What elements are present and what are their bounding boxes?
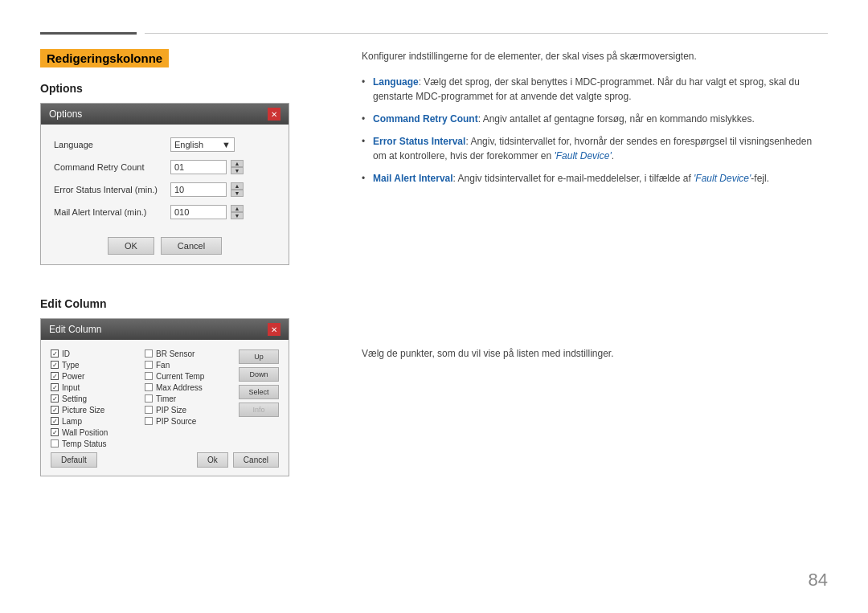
list-item[interactable]: BR Sensor <box>145 348 232 359</box>
item-label-br-sensor: BR Sensor <box>156 349 194 358</box>
error-bullet-suffix: . <box>612 150 614 161</box>
edit-column-titlebar: Edit Column ✕ <box>41 319 289 340</box>
list-item[interactable]: ✓ID <box>51 348 138 359</box>
bullet-retry-count: Command Retry Count: Angiv antallet af g… <box>362 112 820 126</box>
default-button[interactable]: Default <box>51 452 97 468</box>
options-dialog-buttons: OK Cancel <box>54 231 276 255</box>
edit-column-left-list: ✓ID ✓Type ✓Power ✓Input ✓Setting ✓Pictur… <box>51 348 138 449</box>
edit-column-dialog-title: Edit Column <box>49 324 101 335</box>
options-title: Options <box>40 82 321 95</box>
retry-count-spin-down[interactable]: ▼ <box>231 167 244 174</box>
item-label-timer: Timer <box>156 394 176 403</box>
mail-interval-spin-down[interactable]: ▼ <box>231 212 244 219</box>
checkbox-fan[interactable] <box>145 361 153 369</box>
item-label-fan: Fan <box>156 361 170 370</box>
item-label-setting: Setting <box>62 394 87 403</box>
list-item[interactable]: Temp Status <box>51 438 138 449</box>
item-label-pip-size: PIP Size <box>156 406 186 415</box>
language-selected: English <box>174 140 203 149</box>
edit-column-close-button[interactable]: ✕ <box>268 323 280 336</box>
page-number: 84 <box>809 570 828 591</box>
bullet-language: Language: Vælg det sprog, der skal benyt… <box>362 75 820 104</box>
retry-count-spin-up[interactable]: ▲ <box>231 160 244 167</box>
edit-column-body: ✓ID ✓Type ✓Power ✓Input ✓Setting ✓Pictur… <box>41 340 289 476</box>
retry-bullet-text: : Angiv antallet af gentagne forsøg, når… <box>478 113 755 125</box>
checkbox-pip-source[interactable] <box>145 417 153 425</box>
retry-count-value: ▲ ▼ <box>170 160 244 174</box>
options-ok-button[interactable]: OK <box>108 237 154 255</box>
mail-interval-field-row: Mail Alert Interval (min.) ▲ ▼ <box>54 205 276 219</box>
list-item[interactable]: ✓Type <box>51 359 138 370</box>
checkbox-input[interactable]: ✓ <box>51 383 59 391</box>
right-column: Konfigurer indstillingerne for de elemen… <box>346 49 828 581</box>
edit-column-cancel-button[interactable]: Cancel <box>233 452 279 468</box>
options-bullets: Language: Vælg det sprog, der skal benyt… <box>362 75 820 186</box>
checkbox-temp-status[interactable] <box>51 439 59 447</box>
checkbox-id[interactable]: ✓ <box>51 349 59 358</box>
mail-interval-spinner: ▲ ▼ <box>231 205 244 219</box>
checkbox-timer[interactable] <box>145 394 153 403</box>
checkbox-br-sensor[interactable] <box>145 349 153 358</box>
list-item[interactable]: PIP Size <box>145 404 232 415</box>
checkbox-pip-size[interactable] <box>145 406 153 414</box>
list-item[interactable]: ✓Setting <box>51 393 138 404</box>
checkbox-max-address[interactable] <box>145 383 153 391</box>
language-value: English ▼ <box>170 137 235 152</box>
select-button[interactable]: Select <box>239 385 279 399</box>
checkbox-lamp[interactable]: ✓ <box>51 417 59 425</box>
list-item[interactable]: Timer <box>145 393 232 404</box>
options-dialog-body: Language English ▼ Command Retry Count <box>41 125 289 264</box>
edit-column-ok-button[interactable]: Ok <box>197 452 228 468</box>
list-item[interactable]: ✓Picture Size <box>51 404 138 415</box>
item-label-pip-source: PIP Source <box>156 417 196 426</box>
bullet-mail-interval: Mail Alert Interval: Angiv tidsintervall… <box>362 171 820 186</box>
edit-column-right-section: Vælg de punkter, som du vil vise på list… <box>362 346 820 361</box>
list-item[interactable]: Fan <box>145 359 232 370</box>
edit-column-bottom-buttons: Default Ok Cancel <box>51 452 279 468</box>
retry-count-input[interactable] <box>170 160 227 174</box>
mail-interval-spin-up[interactable]: ▲ <box>231 205 244 212</box>
edit-column-right-list: BR Sensor Fan Current Temp Max Address T… <box>145 348 232 449</box>
edit-column-intro: Vælg de punkter, som du vil vise på list… <box>362 346 820 361</box>
checkbox-setting[interactable]: ✓ <box>51 394 59 403</box>
checkbox-power[interactable]: ✓ <box>51 372 59 380</box>
mail-bullet-suffix: -fejl. <box>751 173 769 184</box>
error-interval-label: Error Status Interval (min.) <box>54 185 170 194</box>
list-item[interactable]: ✓Power <box>51 370 138 382</box>
list-item[interactable]: ✓Wall Position <box>51 427 138 438</box>
fault-device-quote-1: 'Fault Device' <box>554 150 611 161</box>
mail-bullet-text: : Angiv tidsintervallet for e-mail-medde… <box>453 173 694 184</box>
options-close-button[interactable]: ✕ <box>268 108 280 121</box>
bullet-error-interval: Error Status Interval: Angiv, tidsinterv… <box>362 134 820 163</box>
item-label-current-temp: Current Temp <box>156 372 204 381</box>
edit-column-dialog: Edit Column ✕ ✓ID ✓Type ✓Power ✓Input ✓S… <box>40 318 289 476</box>
retry-bullet-label: Command Retry Count <box>373 113 478 125</box>
error-interval-spin-up[interactable]: ▲ <box>231 182 244 190</box>
language-dropdown[interactable]: English ▼ <box>170 137 235 152</box>
up-button[interactable]: Up <box>239 349 279 364</box>
left-column: Redigeringskolonne Options Options ✕ Lan… <box>40 49 346 581</box>
top-line-light <box>145 33 828 34</box>
language-bullet-label: Language <box>373 76 419 88</box>
retry-count-label: Command Retry Count <box>54 162 170 172</box>
down-button[interactable]: Down <box>239 367 279 382</box>
list-item[interactable]: PIP Source <box>145 415 232 427</box>
list-item[interactable]: Current Temp <box>145 370 232 382</box>
mail-interval-input[interactable] <box>170 205 227 219</box>
fault-device-quote-2: 'Fault Device' <box>694 173 751 184</box>
info-button[interactable]: Info <box>239 403 279 417</box>
error-interval-spin-down[interactable]: ▼ <box>231 190 244 197</box>
list-item[interactable]: ✓Input <box>51 382 138 393</box>
list-item[interactable]: ✓Lamp <box>51 415 138 427</box>
options-dialog-title: Options <box>49 108 82 120</box>
checkbox-picture-size[interactable]: ✓ <box>51 406 59 414</box>
top-line-dark <box>40 32 137 35</box>
options-cancel-button[interactable]: Cancel <box>161 237 222 255</box>
checkbox-wall-position[interactable]: ✓ <box>51 428 59 436</box>
item-label-input: Input <box>62 383 80 392</box>
options-intro: Konfigurer indstillingerne for de elemen… <box>362 49 820 63</box>
list-item[interactable]: Max Address <box>145 382 232 393</box>
checkbox-type[interactable]: ✓ <box>51 361 59 369</box>
checkbox-current-temp[interactable] <box>145 372 153 380</box>
error-interval-input[interactable] <box>170 182 227 197</box>
